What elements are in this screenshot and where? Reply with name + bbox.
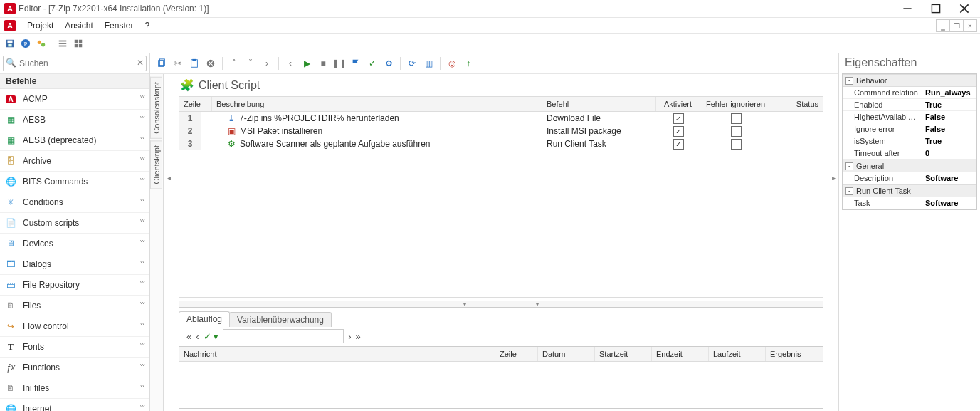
menu-projekt[interactable]: Projekt [21,19,59,32]
command-category[interactable]: ▦AESB˅˅ [0,110,149,130]
grid-view-button[interactable] [71,36,85,51]
command-category[interactable]: 🗃File Repository˅˅ [0,275,149,296]
script-row[interactable]: 2▣MSI Paket installierenInstall MSI pack… [179,125,823,137]
collapse-box-icon[interactable]: - [845,162,853,170]
property-value[interactable]: 0 [922,147,976,159]
validate-button[interactable]: ✓ [365,56,379,71]
log-prev-button[interactable]: ‹ [196,331,199,342]
log-first-button[interactable]: « [186,331,191,342]
script-row[interactable]: 1⤓7-Zip ins %PROJECTDIR% herunterladenDo… [179,112,823,125]
tab-variablen[interactable]: Variablenüberwachung [229,312,332,327]
property-row[interactable]: HighestAvailableRightsFalse [843,111,976,123]
run-button[interactable]: ▶ [300,56,314,71]
cut-button[interactable]: ✂ [171,56,185,71]
command-category[interactable]: 📄Custom scripts˅˅ [0,213,149,234]
collapse-box-icon[interactable]: - [845,77,853,85]
script-grid-body[interactable]: 1⤓7-Zip ins %PROJECTDIR% herunterladenDo… [179,112,823,297]
collapse-handle-right[interactable]: ▸ [828,74,838,411]
move-up-button[interactable]: ˄ [227,56,241,71]
col-fehler[interactable]: Fehler ignorieren [700,97,771,111]
copy-button[interactable] [154,56,169,71]
tab-clientscript[interactable]: Clientskript [150,140,162,189]
command-category[interactable]: ▦AESB (deprecated)˅˅ [0,130,149,151]
property-value[interactable]: False [922,123,976,135]
mdi-restore-button[interactable]: ❐ [949,19,964,32]
save-button[interactable] [3,36,17,51]
property-row[interactable]: isSystemTrue [843,135,976,147]
aktiviert-checkbox[interactable] [673,126,684,137]
property-value[interactable]: True [922,99,976,110]
command-category[interactable]: 🗎Files˅˅ [0,296,149,316]
log-col-zeile[interactable]: Zeile [495,347,538,361]
move-down-button[interactable]: ˅ [243,56,258,71]
command-category[interactable]: ✳Conditions˅˅ [0,192,149,213]
target-button[interactable]: ◎ [445,56,459,71]
command-category-list[interactable]: AACMP˅˅▦AESB˅˅▦AESB (deprecated)˅˅🗄Archi… [0,89,149,411]
collapse-handle-left[interactable]: ◂ [164,74,174,411]
breakpoint-button[interactable] [349,56,363,71]
log-next-button[interactable]: › [348,331,351,342]
command-category[interactable]: AACMP˅˅ [0,89,149,110]
tab-consolescript[interactable]: Consolenskript [150,77,162,139]
command-category[interactable]: 🗄Archive˅˅ [0,151,149,172]
property-value[interactable]: Software [922,197,976,209]
delete-button[interactable] [204,56,218,71]
property-category[interactable]: -Run Client Task [843,184,976,197]
col-beschreibung[interactable]: Beschreibung [212,97,542,111]
refresh-button[interactable]: ⟳ [405,56,419,71]
window-minimize-button[interactable] [893,0,922,17]
col-status[interactable]: Status [771,97,823,111]
list-view-button[interactable] [56,36,70,51]
property-row[interactable]: Timeout after0 [843,147,976,160]
property-category[interactable]: -Behavior [843,74,976,87]
aktiviert-checkbox[interactable] [673,139,684,150]
property-row[interactable]: EnabledTrue [843,99,976,111]
menu-ansicht[interactable]: Ansicht [59,19,98,32]
log-col-nachricht[interactable]: Nachricht [179,347,495,361]
clear-search-icon[interactable]: ✕ [137,58,144,68]
pause-button[interactable]: ❚❚ [332,56,347,71]
ignore-error-checkbox[interactable] [731,139,742,150]
property-value[interactable]: Run_always [922,87,976,98]
step-back-button[interactable]: ‹ [283,56,297,71]
stop-button[interactable]: ■ [316,56,330,71]
script-grid[interactable]: Zeile Beschreibung Befehl Aktiviert Fehl… [179,96,823,298]
settings-button[interactable] [34,36,48,51]
log-grid[interactable]: Nachricht Zeile Datum Startzeit Endzeit … [179,346,823,409]
log-ok-button[interactable]: ✓ ▾ [204,331,219,342]
search-input[interactable] [18,58,133,69]
property-row[interactable]: TaskSoftware [843,197,976,209]
script-row[interactable]: 3⚙Software Scanner als geplante Aufgabe … [179,137,823,150]
command-category[interactable]: ↪Flow control˅˅ [0,316,149,337]
property-row[interactable]: DescriptionSoftware [843,172,976,184]
mdi-minimize-button[interactable]: ‗ [936,19,950,32]
property-row[interactable]: Command relationRun_always [843,87,976,99]
aktiviert-checkbox[interactable] [673,113,684,124]
ignore-error-checkbox[interactable] [731,113,742,124]
menu-help[interactable]: ? [139,19,155,32]
sliders-button[interactable]: ⚙ [381,56,396,71]
mdi-close-button[interactable]: × [963,19,977,32]
command-category[interactable]: 🗔Dialogs˅˅ [0,254,149,275]
log-col-laufzeit[interactable]: Laufzeit [709,347,766,361]
paste-button[interactable] [187,56,201,71]
columns-button[interactable]: ▥ [421,56,436,71]
upload-button[interactable]: ↑ [461,56,475,71]
property-row[interactable]: Ignore errorFalse [843,123,976,135]
menu-fenster[interactable]: Fenster [99,19,139,32]
command-category[interactable]: 🗎Ini files˅˅ [0,378,149,399]
collapse-box-icon[interactable]: - [845,187,853,195]
property-value[interactable]: Software [922,172,976,184]
ignore-error-checkbox[interactable] [731,126,742,137]
tab-ablauflog[interactable]: Ablauflog [179,311,230,326]
log-col-endzeit[interactable]: Endzeit [652,347,709,361]
search-box[interactable]: 🔍 ✕ [3,56,147,71]
command-category[interactable]: 🌐BITS Commands˅˅ [0,172,149,192]
log-last-button[interactable]: » [356,331,361,342]
move-right-button[interactable]: › [260,56,274,71]
col-aktiviert[interactable]: Aktiviert [656,97,700,111]
command-category[interactable]: 🖥Devices˅˅ [0,234,149,254]
command-category[interactable]: 🌐Internet˅˅ [0,399,149,411]
property-value[interactable]: True [922,135,976,147]
log-col-startzeit[interactable]: Startzeit [595,347,652,361]
